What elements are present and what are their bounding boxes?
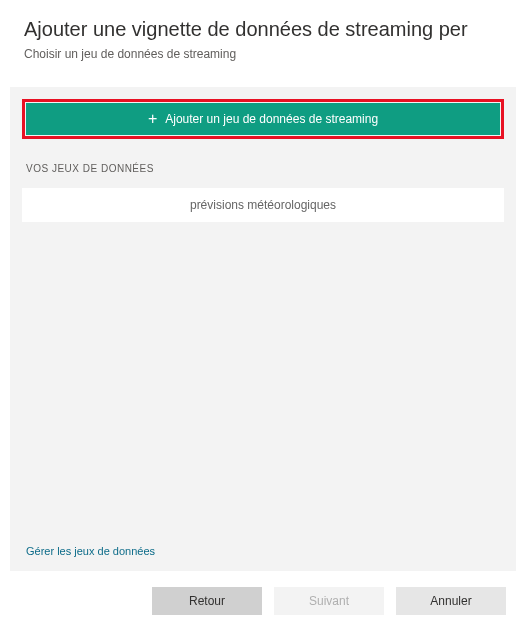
plus-icon: + [148, 111, 157, 127]
back-button[interactable]: Retour [152, 587, 262, 615]
manage-datasets-link[interactable]: Gérer les jeux de données [26, 545, 155, 557]
add-streaming-dataset-button[interactable]: + Ajouter un jeu de données de streaming [26, 103, 500, 135]
dataset-item-label: prévisions météorologiques [190, 198, 336, 212]
next-button: Suivant [274, 587, 384, 615]
your-datasets-label: VOS JEUX DE DONNÉES [26, 163, 504, 174]
dialog-subtitle: Choisir un jeu de données de streaming [24, 47, 502, 61]
add-streaming-dataset-label: Ajouter un jeu de données de streaming [165, 112, 378, 126]
dialog-header: Ajouter une vignette de données de strea… [0, 0, 526, 69]
dialog-footer: Retour Suivant Annuler [0, 571, 526, 615]
dialog-title: Ajouter une vignette de données de strea… [24, 18, 502, 41]
cancel-button[interactable]: Annuler [396, 587, 506, 615]
add-dataset-highlight: + Ajouter un jeu de données de streaming [22, 99, 504, 139]
content-pane: + Ajouter un jeu de données de streaming… [10, 87, 516, 571]
dataset-item[interactable]: prévisions météorologiques [22, 188, 504, 222]
